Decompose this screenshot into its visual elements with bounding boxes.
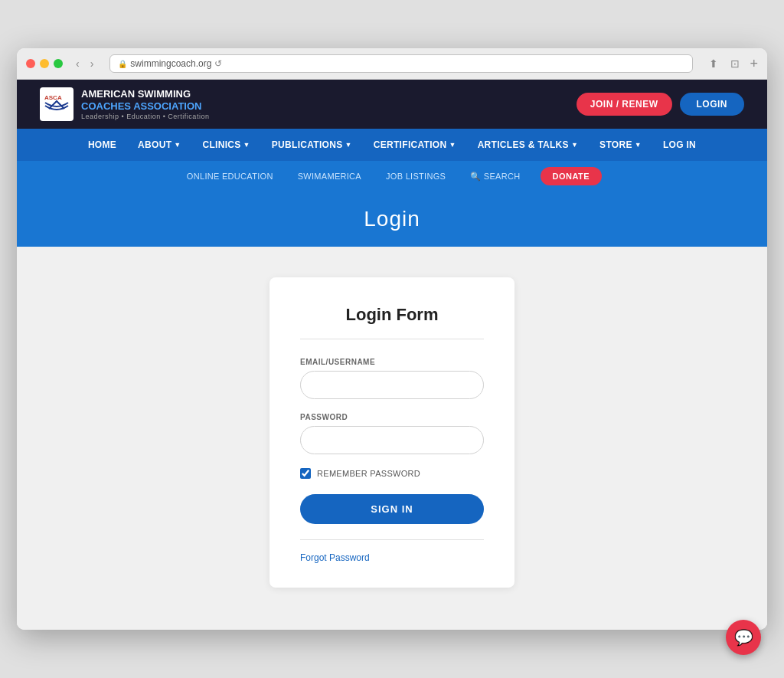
- logo-box: ASCA: [40, 87, 74, 121]
- main-content: Login Form EMAIL/USERNAME PASSWORD REMEM…: [17, 247, 767, 630]
- back-button[interactable]: ‹: [72, 56, 83, 71]
- nav-items: HOME ABOUT ▼ CLINICS ▼ PUBLICATIONS ▼ CE…: [77, 129, 707, 161]
- remember-password-row: REMEMBER PASSWORD: [300, 468, 484, 479]
- logo-title: AMERICAN SWIMMING COACHES ASSOCIATION: [81, 88, 209, 112]
- remember-label[interactable]: REMEMBER PASSWORD: [317, 469, 420, 478]
- chat-icon: 💬: [734, 628, 753, 647]
- login-card: Login Form EMAIL/USERNAME PASSWORD REMEM…: [270, 277, 514, 588]
- page-title: Login: [32, 207, 752, 231]
- nav-buttons: ‹ ›: [72, 56, 97, 71]
- share-button[interactable]: ⬆: [705, 56, 722, 72]
- logo-area: ASCA AMERICAN SWIMMING COACHES ASSOCIATI…: [40, 87, 209, 121]
- new-tab-button[interactable]: +: [750, 56, 758, 72]
- store-dropdown-arrow: ▼: [635, 141, 642, 149]
- nav-publications[interactable]: PUBLICATIONS ▼: [261, 129, 363, 161]
- logo-subtitle: Leadership • Education • Certification: [81, 113, 209, 120]
- articles-dropdown-arrow: ▼: [571, 141, 578, 149]
- website: ASCA AMERICAN SWIMMING COACHES ASSOCIATI…: [17, 80, 767, 630]
- maximize-button[interactable]: [54, 59, 63, 68]
- chat-fab-button[interactable]: 💬: [726, 620, 761, 655]
- close-button[interactable]: [26, 59, 35, 68]
- password-form-group: PASSWORD: [300, 413, 484, 454]
- sec-nav-search[interactable]: 🔍 SEARCH: [466, 169, 524, 185]
- secondary-navigation: ONLINE EDUCATION SWIMAMERICA JOB LISTING…: [17, 161, 767, 192]
- nav-clinics[interactable]: CLINICS ▼: [191, 129, 260, 161]
- forgot-password-link[interactable]: Forgot Password: [300, 552, 484, 563]
- logo-text: AMERICAN SWIMMING COACHES ASSOCIATION Le…: [81, 88, 209, 120]
- sec-nav-job-listings[interactable]: JOB LISTINGS: [381, 169, 450, 184]
- browser-actions: ⬆ ⊡ +: [705, 56, 758, 72]
- lock-icon: 🔒: [118, 60, 127, 68]
- about-dropdown-arrow: ▼: [174, 141, 181, 149]
- password-label: PASSWORD: [300, 413, 484, 421]
- nav-articles-talks[interactable]: ARTICLES & TALKS ▼: [467, 129, 589, 161]
- email-input[interactable]: [300, 371, 484, 399]
- forward-button[interactable]: ›: [87, 56, 98, 71]
- asca-logo-icon: ASCA: [41, 89, 72, 120]
- traffic-lights: [26, 59, 63, 68]
- reload-button[interactable]: ↺: [214, 58, 222, 69]
- nav-certification[interactable]: CERTIFICATION ▼: [363, 129, 467, 161]
- email-form-group: EMAIL/USERNAME: [300, 358, 484, 399]
- email-label: EMAIL/USERNAME: [300, 358, 484, 366]
- address-bar[interactable]: 🔒 swimmingcoach.org ↺: [109, 54, 693, 73]
- minimize-button[interactable]: [40, 59, 49, 68]
- page-hero: Login: [17, 192, 767, 247]
- donate-button[interactable]: DONATE: [541, 167, 603, 185]
- browser-chrome: ‹ › 🔒 swimmingcoach.org ↺ ⬆ ⊡ +: [17, 48, 767, 80]
- sign-in-button[interactable]: SIGN IN: [300, 494, 484, 524]
- clinics-dropdown-arrow: ▼: [243, 141, 250, 149]
- nav-log-in[interactable]: LOG IN: [652, 129, 707, 161]
- sec-nav-swimamerica[interactable]: SWIMAMERICA: [293, 169, 366, 184]
- title-divider: [300, 339, 484, 339]
- top-header: ASCA AMERICAN SWIMMING COACHES ASSOCIATI…: [17, 80, 767, 129]
- password-input[interactable]: [300, 426, 484, 454]
- remember-checkbox[interactable]: [300, 468, 311, 479]
- svg-text:ASCA: ASCA: [44, 94, 62, 101]
- nav-home[interactable]: HOME: [77, 129, 127, 161]
- logo-line2: COACHES ASSOCIATION: [81, 100, 201, 112]
- certification-dropdown-arrow: ▼: [449, 141, 456, 149]
- join-renew-button[interactable]: JOIN / RENEW: [577, 93, 672, 116]
- expand-button[interactable]: ⊡: [727, 56, 743, 72]
- svg-rect-0: [41, 89, 72, 120]
- bottom-divider: [300, 539, 484, 540]
- sec-nav-online-education[interactable]: ONLINE EDUCATION: [182, 169, 278, 184]
- login-form-title: Login Form: [300, 305, 484, 325]
- login-button[interactable]: LOGIN: [680, 93, 745, 116]
- publications-dropdown-arrow: ▼: [345, 141, 352, 149]
- browser-window: ‹ › 🔒 swimmingcoach.org ↺ ⬆ ⊡ + ASCA: [17, 48, 767, 630]
- main-navigation: HOME ABOUT ▼ CLINICS ▼ PUBLICATIONS ▼ CE…: [17, 129, 767, 161]
- logo-line1: AMERICAN SWIMMING: [81, 88, 191, 100]
- url-text: swimmingcoach.org: [130, 58, 211, 69]
- nav-store[interactable]: STORE ▼: [589, 129, 652, 161]
- nav-about[interactable]: ABOUT ▼: [127, 129, 191, 161]
- header-buttons: JOIN / RENEW LOGIN: [577, 93, 744, 116]
